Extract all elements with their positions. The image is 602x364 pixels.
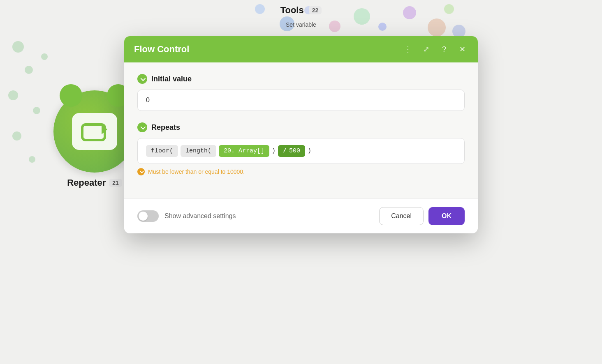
menu-button[interactable]: ⋮: [402, 44, 414, 55]
footer-buttons: Cancel OK: [379, 207, 465, 225]
expr-token-length: length(: [181, 145, 216, 157]
help-icon: ?: [442, 45, 446, 54]
initial-value-chevron[interactable]: [137, 74, 147, 84]
svg-rect-0: [82, 124, 105, 140]
expr-token-array: 20. Array[]: [219, 145, 269, 157]
expr-token-divide: / 500: [278, 145, 305, 157]
toggle-label: Show advanced settings: [164, 212, 236, 220]
ok-button[interactable]: OK: [428, 207, 465, 225]
cancel-button[interactable]: Cancel: [379, 207, 424, 225]
validation-message: Must be lower than or equal to 10000.: [137, 168, 465, 175]
repeats-section: Repeats floor( length( 20. Array[] ) / 5…: [137, 122, 465, 175]
initial-value-header: Initial value: [137, 74, 465, 84]
expr-token-final-paren: ): [308, 147, 311, 154]
flow-control-dialog: Flow Control ⋮ ⤢ ? ✕: [124, 36, 478, 233]
advanced-settings-toggle[interactable]: [137, 210, 159, 222]
expr-token-paren-close: ): [272, 147, 276, 154]
expression-field[interactable]: floor( length( 20. Array[] ) / 500 ): [137, 138, 465, 164]
dialog-footer: Show advanced settings Cancel OK: [124, 198, 478, 233]
repeats-title: Repeats: [151, 123, 180, 132]
dialog-overlay: Flow Control ⋮ ⤢ ? ✕: [0, 0, 602, 364]
initial-value-title: Initial value: [151, 75, 192, 83]
help-button[interactable]: ?: [438, 44, 450, 55]
close-button[interactable]: ✕: [456, 44, 468, 55]
dialog-title: Flow Control: [134, 44, 189, 55]
initial-value-input[interactable]: [137, 90, 465, 111]
repeater-icon: [72, 113, 117, 150]
expand-icon: ⤢: [423, 45, 429, 54]
close-icon: ✕: [459, 45, 465, 54]
menu-icon: ⋮: [404, 45, 412, 54]
dialog-header-actions: ⋮ ⤢ ? ✕: [402, 44, 468, 55]
repeat-icon: [80, 120, 109, 143]
expand-button[interactable]: ⤢: [420, 44, 432, 55]
repeats-header: Repeats: [137, 122, 465, 132]
expr-token-floor: floor(: [146, 145, 178, 157]
dialog-body: Initial value Repeats floor( length( 20.…: [124, 62, 478, 198]
dialog-header: Flow Control ⋮ ⤢ ? ✕: [124, 36, 478, 62]
toggle-group: Show advanced settings: [137, 210, 236, 222]
initial-value-section: Initial value: [137, 74, 465, 111]
validation-text: Must be lower than or equal to 10000.: [148, 168, 245, 175]
validation-icon: [137, 168, 145, 175]
repeats-chevron[interactable]: [137, 122, 147, 132]
